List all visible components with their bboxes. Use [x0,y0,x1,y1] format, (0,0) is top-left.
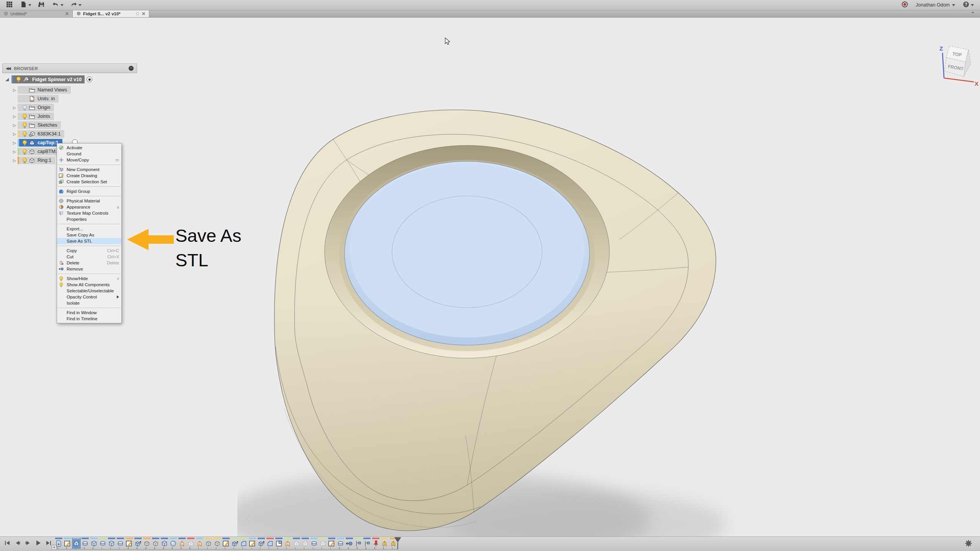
browser-tree-item[interactable]: ▷ Named Views [2,86,140,94]
disclosure-arrow-icon[interactable]: ▷ [11,150,18,154]
disclosure-arrow-icon[interactable]: ▷ [11,114,18,119]
feature-color-bar [302,538,309,539]
collapse-panel-icon[interactable]: ◀◀ [6,66,10,70]
visibility-bulb-icon[interactable] [21,157,28,164]
context-menu-item[interactable]: Isolate [57,300,121,306]
tab-fidget-spinner[interactable]: Fidget S... v2 v10* ✕ [73,10,149,17]
record-button[interactable] [899,1,910,10]
browser-tree-item[interactable]: ▷ Joints [2,112,140,120]
menu-bar-button[interactable] [18,1,34,10]
context-menu-item[interactable]: Create Selection Set [57,179,121,185]
browser-root-item[interactable]: Fidget Spinner v2 v10 [2,75,140,83]
menu-bar-button[interactable] [68,1,84,10]
visibility-bulb-icon[interactable] [21,104,28,111]
context-menu-item[interactable]: Appearance a [57,204,121,210]
context-menu-item[interactable]: New Component [57,166,121,173]
feature-color-bar [73,538,80,539]
pos-icon [381,540,388,547]
context-menu-item[interactable]: Physical Material [57,198,121,204]
save-status-icon [136,12,139,15]
context-menu-item[interactable]: Remove [57,266,121,272]
user-name: Jonathan Odom [916,2,950,8]
timeline-ruler[interactable] [57,547,397,549]
timeline-zoom-plus[interactable]: + [52,545,57,550]
context-menu-item[interactable]: Export... [57,226,121,232]
help-menu[interactable]: ? [960,1,976,10]
disclosure-arrow-icon[interactable]: ▷ [11,141,18,145]
shortcut-hint: Ctrl+C [107,248,119,253]
visibility-bulb-icon[interactable] [21,113,28,120]
context-menu-item[interactable]: Create Drawing [57,173,121,179]
user-menu[interactable]: Jonathan Odom [916,2,955,8]
playback-button[interactable] [14,540,21,546]
context-menu-item[interactable]: Ground [57,151,121,157]
disclosure-arrow-icon[interactable]: ▷ [11,132,18,136]
context-menu-item[interactable]: Find in Window [57,310,121,316]
disclosure-arrow-icon[interactable]: ▷ [11,88,18,92]
feature-color-bar [354,538,362,539]
browser-tree-item[interactable]: ▷ Origin [2,104,140,111]
menu-bar-button[interactable] [36,1,48,10]
playback-button[interactable] [35,540,42,546]
menu-bar-button[interactable] [50,1,66,10]
move-icon [59,157,64,163]
disclosure-arrow-icon[interactable]: ▷ [11,158,18,163]
file-icon [20,1,27,9]
timeline-playhead[interactable] [394,537,401,549]
context-menu-item[interactable]: Properties [57,216,121,222]
context-menu-item[interactable]: Save As STL [57,238,121,244]
context-menu-item[interactable]: Save Copy As [57,232,121,238]
visibility-bulb-icon[interactable] [21,140,28,146]
browser-tree-item[interactable]: ▷ Units: in [2,95,140,103]
disclosure-arrow-icon[interactable]: ▷ [11,106,18,110]
context-menu-item[interactable]: Find in Timeline [57,316,121,322]
menu-bar-button[interactable] [4,1,16,10]
context-menu-item[interactable]: Move/Copy m [57,157,121,163]
tab-untitled[interactable]: Untitled* ✕ [0,10,73,17]
extrude-icon [134,540,142,547]
chamfer-icon [240,540,247,547]
close-icon[interactable]: ✕ [142,11,145,16]
context-menu-item[interactable]: Rigid Group [57,188,121,194]
activate-icon [59,145,64,150]
feature-color-bar [178,538,186,539]
context-menu-item[interactable]: Copy Ctrl+C [57,248,121,254]
playback-button[interactable] [24,540,31,546]
record-icon [902,1,908,9]
active-component-radio[interactable] [87,77,92,82]
disclosure-expanded-icon[interactable] [2,77,11,82]
context-menu-item[interactable]: Delete Delete [57,260,121,266]
sphere-icon [170,540,177,547]
ghost-icon [187,540,194,547]
playback-button[interactable] [4,540,11,546]
context-menu-item[interactable]: Opacity Control [57,294,121,300]
3d-model-fidget-spinner[interactable] [237,79,743,538]
context-menu-item[interactable]: Texture Map Controls [57,210,121,216]
context-menu-item[interactable]: Show/Hide v [57,276,121,282]
pb-play-icon [35,541,42,548]
browser-panel-header[interactable]: ◀◀ BROWSER − [2,64,137,73]
component-color-bar [18,148,19,155]
3d-viewport[interactable]: Z X TOP FRONT ◀◀ BROWSER − Fidget Spi [0,18,980,536]
visibility-bulb-icon[interactable] [21,122,28,129]
visibility-bulb-icon[interactable] [15,76,22,83]
minimize-panel-icon[interactable]: − [129,66,134,71]
view-cube[interactable]: Z X TOP FRONT [931,40,980,90]
browser-tree-item[interactable]: ▷ 6383K34:1 [2,130,140,138]
disclosure-arrow-icon[interactable]: ▷ [11,123,18,127]
context-menu-item[interactable]: Activate [57,145,121,151]
gear-icon[interactable] [964,539,973,548]
collapse-ribbon-icon[interactable]: ⌃ [965,11,980,16]
context-menu-item[interactable]: Show All Components [57,282,121,288]
visibility-bulb-icon[interactable] [21,131,28,137]
browser-tree-item[interactable]: ▷ Sketches [2,121,140,129]
feature-color-bar [337,538,344,539]
visibility-bulb-icon[interactable] [21,148,28,155]
close-icon[interactable]: ✕ [65,11,69,16]
menu-separator [58,308,121,308]
playback-button[interactable] [45,540,52,546]
bodycube-icon [29,140,36,146]
context-menu-item[interactable]: Cut Ctrl+X [57,254,121,260]
context-menu-item[interactable]: Selectable/Unselectable [57,288,121,294]
component-color-bar [18,156,19,164]
